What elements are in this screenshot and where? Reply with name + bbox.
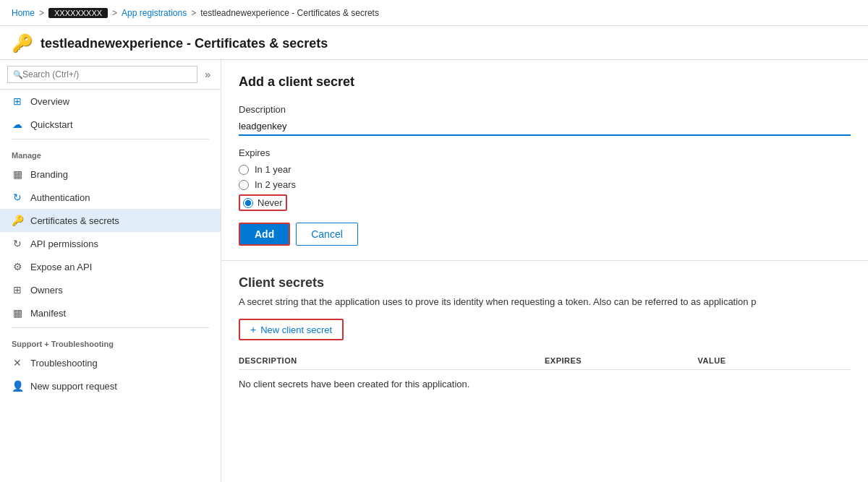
radio-1year[interactable]: In 1 year bbox=[239, 164, 851, 175]
sidebar-item-manifest-label: Manifest bbox=[30, 308, 66, 319]
sidebar-item-api-permissions-label: API permissions bbox=[30, 238, 98, 249]
radio-2years-input[interactable] bbox=[239, 180, 249, 190]
radio-2years-label: In 2 years bbox=[255, 179, 296, 190]
content-area: Add a client secret Description Expires … bbox=[221, 60, 868, 482]
new-client-secret-label: New client secret bbox=[260, 324, 332, 335]
description-field: Description bbox=[239, 104, 851, 136]
sidebar-item-owners[interactable]: ⊞ Owners bbox=[0, 278, 221, 301]
page-header: 🔑 testleadnewexperience - Certificates &… bbox=[0, 26, 868, 60]
api-permissions-icon: ↻ bbox=[12, 238, 23, 249]
certificates-icon: 🔑 bbox=[12, 215, 23, 226]
never-highlight: Never bbox=[239, 194, 287, 211]
plus-icon: + bbox=[250, 324, 256, 335]
new-client-secret-button[interactable]: + New client secret bbox=[239, 319, 344, 340]
cancel-button[interactable]: Cancel bbox=[296, 223, 358, 246]
description-input[interactable] bbox=[239, 118, 851, 136]
breadcrumb-app-registrations[interactable]: App registrations bbox=[122, 8, 187, 18]
sidebar-item-expose-api[interactable]: ⚙ Expose an API bbox=[0, 255, 221, 278]
col-description: DESCRIPTION bbox=[239, 356, 545, 365]
sidebar-item-quickstart-label: Quickstart bbox=[30, 119, 73, 130]
description-label: Description bbox=[239, 104, 851, 115]
breadcrumb-tenant: XXXXXXXXX bbox=[48, 8, 108, 18]
expires-label: Expires bbox=[239, 147, 851, 158]
sidebar-item-troubleshooting[interactable]: ✕ Troubleshooting bbox=[0, 351, 221, 374]
breadcrumb-current: testleadnewexperience - Certificates & s… bbox=[200, 8, 379, 18]
sidebar-item-troubleshooting-label: Troubleshooting bbox=[30, 358, 98, 369]
search-bar: 🔍 » bbox=[0, 60, 221, 90]
support-section-label: Support + Troubleshooting bbox=[0, 331, 221, 351]
sidebar-item-new-support-label: New support request bbox=[30, 381, 117, 392]
sidebar-item-certificates-label: Certificates & secrets bbox=[30, 215, 119, 226]
expose-api-icon: ⚙ bbox=[12, 261, 23, 272]
client-secrets-desc: A secret string that the application use… bbox=[239, 296, 851, 307]
sidebar-item-quickstart[interactable]: ☁ Quickstart bbox=[0, 113, 221, 136]
add-secret-title: Add a client secret bbox=[239, 74, 851, 90]
manifest-icon: ▦ bbox=[12, 307, 23, 319]
radio-1year-label: In 1 year bbox=[255, 164, 292, 175]
page-title: testleadnewexperience - Certificates & s… bbox=[41, 36, 328, 51]
breadcrumb-home[interactable]: Home bbox=[12, 8, 35, 18]
expires-radio-group: In 1 year In 2 years Never bbox=[239, 164, 851, 211]
radio-never-input[interactable] bbox=[243, 198, 253, 208]
overview-icon: ⊞ bbox=[12, 95, 23, 107]
owners-icon: ⊞ bbox=[12, 284, 23, 296]
client-secrets-title: Client secrets bbox=[239, 275, 851, 291]
button-actions: Add Cancel bbox=[239, 223, 851, 246]
sidebar-item-branding-label: Branding bbox=[30, 169, 68, 180]
sidebar-item-authentication-label: Authentication bbox=[30, 192, 90, 203]
sidebar: 🔍 » ⊞ Overview ☁ Quickstart Manage ▦ Bra… bbox=[0, 60, 221, 482]
radio-1year-input[interactable] bbox=[239, 165, 249, 175]
search-input[interactable] bbox=[7, 66, 197, 83]
sidebar-item-expose-api-label: Expose an API bbox=[30, 262, 92, 272]
sidebar-item-owners-label: Owners bbox=[30, 285, 63, 296]
manage-section-label: Manage bbox=[0, 142, 221, 163]
col-value: VALUE bbox=[698, 356, 851, 365]
sidebar-item-certificates[interactable]: 🔑 Certificates & secrets bbox=[0, 209, 221, 232]
sidebar-item-overview-label: Overview bbox=[30, 96, 69, 107]
quickstart-icon: ☁ bbox=[12, 119, 23, 130]
radio-2years[interactable]: In 2 years bbox=[239, 179, 851, 190]
sidebar-item-branding[interactable]: ▦ Branding bbox=[0, 163, 221, 186]
col-expires: EXPIRES bbox=[545, 356, 698, 365]
secrets-table-header: DESCRIPTION EXPIRES VALUE bbox=[239, 352, 851, 370]
breadcrumb-bar: Home > XXXXXXXXX > App registrations > t… bbox=[0, 0, 868, 26]
radio-never[interactable]: Never bbox=[239, 194, 851, 211]
new-support-icon: 👤 bbox=[12, 380, 23, 392]
troubleshooting-icon: ✕ bbox=[12, 357, 23, 369]
sidebar-item-overview[interactable]: ⊞ Overview bbox=[0, 90, 221, 113]
search-icon: 🔍 bbox=[13, 70, 23, 79]
secrets-empty-message: No client secrets have been created for … bbox=[239, 370, 851, 398]
nav-divider-manage bbox=[12, 139, 209, 139]
sidebar-item-new-support[interactable]: 👤 New support request bbox=[0, 374, 221, 397]
sidebar-item-authentication[interactable]: ↻ Authentication bbox=[0, 186, 221, 209]
add-secret-panel: Add a client secret Description Expires … bbox=[221, 60, 868, 261]
add-button[interactable]: Add bbox=[239, 223, 290, 246]
key-icon: 🔑 bbox=[12, 33, 33, 53]
authentication-icon: ↻ bbox=[12, 191, 23, 203]
radio-never-label: Never bbox=[258, 197, 283, 208]
main-container: 🔍 » ⊞ Overview ☁ Quickstart Manage ▦ Bra… bbox=[0, 60, 868, 482]
branding-icon: ▦ bbox=[12, 168, 23, 180]
sidebar-item-api-permissions[interactable]: ↻ API permissions bbox=[0, 232, 221, 255]
collapse-icon[interactable]: » bbox=[202, 67, 213, 82]
nav-divider-support bbox=[12, 327, 209, 328]
sidebar-item-manifest[interactable]: ▦ Manifest bbox=[0, 301, 221, 324]
client-secrets-section: Client secrets A secret string that the … bbox=[221, 261, 868, 413]
